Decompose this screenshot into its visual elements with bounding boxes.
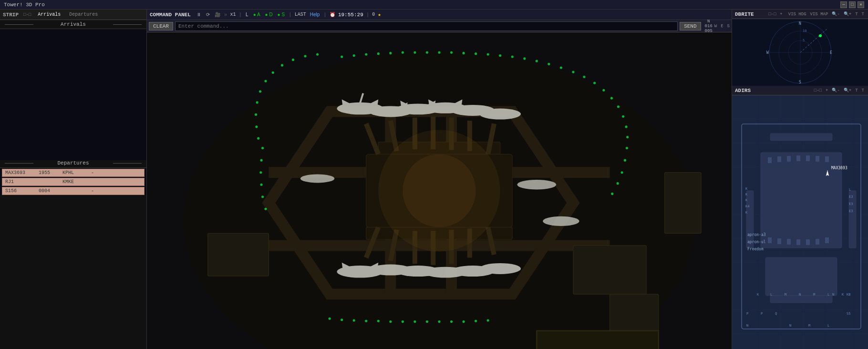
dbrite-vis-map[interactable]: VIS MAP [809,12,829,17]
svg-point-68 [523,57,526,60]
airport-view[interactable] [147,32,732,349]
dep-time: 0004 [39,188,62,194]
strip-panel: STRIP □-□ Arrivals Departures Arrivals D… [0,10,147,349]
svg-rect-152 [765,257,837,296]
adirs-t2[interactable]: T [861,88,865,93]
svg-point-115 [255,125,258,128]
svg-text:N: N [789,324,791,328]
main-area: STRIP □-□ Arrivals Departures Arrivals D… [0,10,868,349]
adirs-zoom-out[interactable]: 🔍- [831,88,840,93]
svg-text:E3: E3 [849,195,853,199]
svg-text:E: E [830,51,832,55]
maximize-button[interactable]: □ [849,1,856,8]
svg-point-47 [543,216,579,226]
dep-callsign: RJ1 [5,179,39,185]
svg-point-57 [389,52,392,54]
s-button[interactable]: ● S [277,12,286,17]
close-button[interactable]: ✕ [858,1,864,8]
svg-text:KB: KB [847,293,850,297]
svg-point-108 [292,59,294,61]
title-bar: Tower! 3D Pro ─ □ ✕ [0,0,868,10]
command-input[interactable] [175,21,678,31]
svg-text:M: M [808,324,810,328]
dbrite-t2[interactable]: T [861,12,865,17]
departures-content: MAX3693 1955 KPHL - RJ1 KMKE S156 0004 - [0,169,146,195]
svg-rect-159 [777,156,781,162]
minimize-button[interactable]: ─ [840,1,847,8]
svg-point-102 [259,171,262,174]
refresh-button[interactable]: ⟳ [205,12,211,17]
l-button[interactable]: L [245,12,249,17]
departure-row[interactable]: S156 0004 - [2,187,145,195]
center-view: COMMAND PANEL ⏸ ⟳ 🎥 » x1 | L ● A ● D ● S… [147,10,732,349]
adirs-ctrl-layout[interactable]: □-□ [813,88,823,93]
svg-point-66 [499,54,501,57]
svg-point-69 [536,60,538,62]
help-button[interactable]: Help [309,12,321,17]
arrivals-content [0,29,146,160]
svg-rect-161 [796,155,800,161]
adirs-svg: K K K K4 K K L M N M L K apron-a3 apron-… [732,95,868,349]
svg-point-46 [517,180,556,189]
svg-rect-120 [537,331,658,349]
svg-text:10: 10 [803,29,806,33]
clear-button[interactable]: CLEAR [149,22,173,31]
svg-point-88 [353,319,355,321]
adirs-t1[interactable]: T [854,88,858,93]
svg-text:P: P [746,312,748,316]
svg-point-84 [617,182,619,185]
strip-title: STRIP [3,12,19,18]
dbrite-zoom-in[interactable]: 🔍+ [843,11,852,17]
dep-misc: - [91,188,110,194]
right-panel: DBRITE □-□ + VIS HDG VIS MAP 🔍- 🔍+ T T [732,10,868,349]
dbrite-t1[interactable]: T [854,12,858,17]
speed-indicator: x1 [230,12,236,17]
dbrite-ctrl-plus[interactable]: + [779,12,783,17]
svg-point-58 [402,51,404,54]
send-button[interactable]: SEND [680,22,701,31]
arrivals-label: Arrivals [0,20,146,29]
departure-row[interactable]: MAX3693 1955 KPHL - [2,169,145,177]
svg-point-86 [329,318,331,320]
svg-point-45 [479,263,521,274]
camera-button[interactable]: 🎥 [214,12,221,17]
svg-text:E3: E3 [849,202,853,206]
svg-text:S: S [799,80,801,84]
svg-point-104 [261,195,264,198]
wind-value1: 016 [705,24,713,29]
adirs-zoom-in[interactable]: 🔍+ [843,88,852,93]
svg-rect-166 [777,238,781,244]
svg-rect-51 [208,233,269,276]
departure-row[interactable]: RJ1 KMKE [2,178,145,186]
pause-button[interactable]: ⏸ [196,12,202,17]
adirs-ctrl-plus[interactable]: + [825,88,829,93]
svg-text:N: N [746,324,748,328]
d-button[interactable]: ● D [264,12,274,17]
tab-arrivals[interactable]: Arrivals [36,11,62,18]
svg-point-83 [621,171,623,174]
svg-point-54 [353,54,355,57]
svg-text:L: L [849,188,851,192]
svg-point-74 [593,82,596,84]
tab-departures[interactable]: Departures [67,11,100,18]
dbrite-ctrl-layout[interactable]: □-□ [767,12,777,17]
radar-svg: N S W E 10 5 [732,19,868,86]
dbrite-vis-hdg[interactable]: VIS HDG [787,12,807,17]
svg-point-95 [438,320,440,323]
svg-point-61 [438,51,440,54]
svg-point-103 [260,184,263,186]
svg-rect-164 [825,156,829,162]
airport-background [147,32,732,349]
toolbar-sep-3: | [289,12,292,18]
svg-point-72 [572,71,574,73]
departures-section: Departures MAX3693 1955 KPHL - RJ1 KMKE … [0,159,146,349]
command-panel-title: COMMAND PANEL [150,12,191,18]
a-button[interactable]: ● A [252,12,261,17]
score-display: 0 [372,12,375,17]
svg-text:K4: K4 [745,205,749,208]
command-bar: CLEAR SEND N 016 005 W E S [147,20,732,32]
dbrite-zoom-out[interactable]: 🔍- [831,11,840,17]
adirs-content: K K K K4 K K L M N M L K apron-a3 apron-… [732,95,868,349]
svg-point-90 [377,320,380,322]
dbrite-title: DBRITE [735,11,754,17]
